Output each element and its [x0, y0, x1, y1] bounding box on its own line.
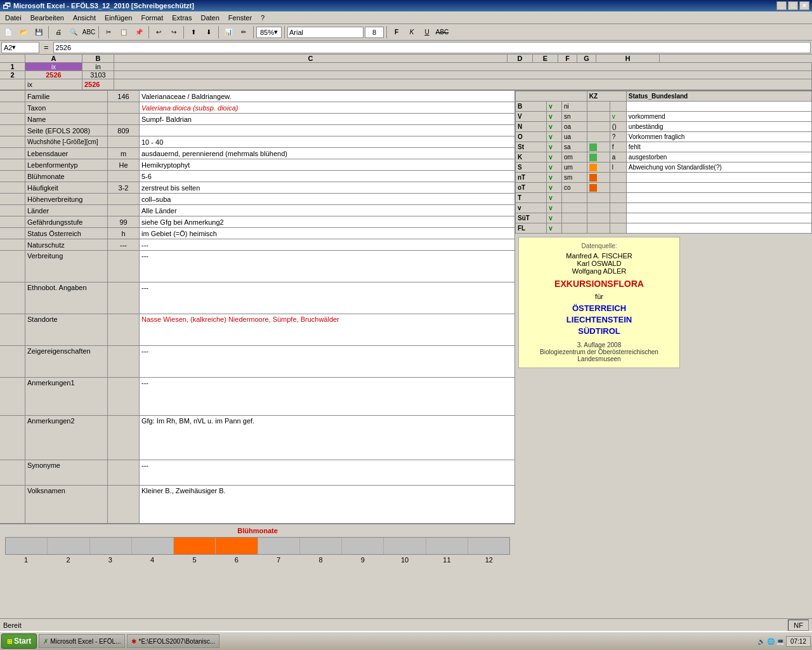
ind-v-FL: v [547, 223, 562, 234]
close-button[interactable]: ✕ [799, 1, 809, 10]
col-header-h[interactable]: H [596, 55, 660, 62]
strikethrough-button[interactable]: ABC [435, 25, 449, 39]
ind-code-SuT [562, 213, 587, 223]
indicator-row-FL: FL v [516, 223, 812, 234]
info-value: 2526 [82, 79, 114, 90]
col-header-b[interactable]: B [82, 55, 114, 62]
book-edition-text: 3. Auflage 2008 [524, 342, 674, 348]
bold-button[interactable]: F [390, 25, 403, 39]
menu-ansicht[interactable]: Ansicht [69, 13, 100, 23]
undo-button[interactable]: ↩ [152, 25, 166, 39]
cell-reference-box[interactable]: A2▾ [1, 42, 39, 53]
ind-text-v [626, 203, 811, 213]
green-square-K [589, 154, 597, 161]
spell-button[interactable]: ABC [82, 25, 96, 39]
save-button[interactable]: 💾 [32, 25, 46, 39]
col-header-g[interactable]: G [577, 55, 596, 62]
sep6 [253, 26, 254, 39]
row-num-bluhmonate [0, 171, 25, 182]
col-header-a[interactable]: A [25, 55, 82, 62]
underline-button[interactable]: U [420, 25, 434, 39]
row-num-volksnamen [0, 486, 25, 524]
col-header-c[interactable]: C [114, 55, 508, 62]
menu-datei[interactable]: Datei [1, 13, 25, 23]
cut-button[interactable]: ✂ [102, 25, 115, 39]
menu-fenster[interactable]: Fenster [225, 13, 256, 23]
clock: 07:12 [786, 636, 811, 647]
ind-letter-V: v [610, 112, 626, 122]
italic-button[interactable]: K [405, 25, 419, 39]
ind-lbl-St: St [516, 142, 547, 152]
print-button[interactable]: 🖨 [51, 25, 65, 39]
row-lebensdauer: Lebensdauer m ausdauernd, perennierend (… [0, 148, 515, 159]
cell-2a-value[interactable]: 2526 [25, 71, 82, 79]
col-header-f[interactable]: F [558, 55, 577, 62]
ind-color-nT [587, 173, 610, 183]
paste-button[interactable]: 📌 [132, 25, 146, 39]
maximize-button[interactable]: □ [788, 1, 798, 10]
status-indicator-section: KZ Status_Bundesland B v ni V v s [515, 91, 812, 371]
taskbar-item-botanik[interactable]: ✱ *E:\EFOLS2007\Botanisc... [127, 634, 219, 648]
bloom-month-5 [174, 538, 216, 554]
minimize-button[interactable]: _ [776, 1, 787, 10]
sep7 [284, 26, 285, 39]
col-header-e[interactable]: E [533, 55, 558, 62]
val-anmerkungen2: Gfg: Im Rh, BM, nVL u. im Pann gef. [140, 416, 515, 460]
col-header-d[interactable]: D [508, 55, 533, 62]
ind-lbl-K: K [516, 152, 547, 162]
sort-desc-button[interactable]: ⬇ [202, 25, 216, 39]
indicator-row-B: B v ni [516, 102, 812, 112]
num-synonyme [108, 460, 140, 486]
num-bluhmonate [108, 171, 140, 182]
ind-lbl-FL: FL [516, 223, 547, 234]
preview-button[interactable]: 🔍 [67, 25, 81, 39]
val-lebenformentyp: Hemikryptophyt [140, 159, 515, 171]
menu-bearbeiten[interactable]: Bearbeiten [27, 13, 68, 23]
orange-square-S [589, 164, 597, 171]
menu-help[interactable]: ? [257, 13, 268, 23]
chart-button[interactable]: 📊 [221, 25, 235, 39]
menu-format[interactable]: Format [137, 13, 167, 23]
ind-letter-N: () [610, 122, 626, 132]
new-button[interactable]: 📄 [1, 25, 15, 39]
info-row-num [0, 79, 25, 90]
header-ix: ix [51, 63, 56, 70]
menu-daten[interactable]: Daten [197, 13, 223, 23]
num-familie: 146 [108, 91, 140, 102]
val-zeigereigenschaften: --- [140, 346, 515, 378]
info-label: ix [25, 79, 82, 90]
start-button[interactable]: ⊞ Start [1, 633, 37, 649]
label-status-osterreich: Status Österreich [25, 228, 108, 239]
indicator-table: KZ Status_Bundesland B v ni V v s [515, 91, 812, 234]
taskbar-item-excel[interactable]: ✗ Microsoft Excel - EFÖL... [39, 634, 125, 648]
label-lander: Länder [25, 205, 108, 216]
sep2 [98, 26, 99, 39]
ind-text-S: Abweichung von Standardliste(?) [626, 162, 811, 173]
row-zeigereigenschaften: Zeigereigenschaften --- [0, 346, 515, 378]
label-synonyme: Synonyme [25, 460, 108, 486]
ind-kz-B [587, 102, 610, 112]
right-indicators-panel: KZ Status_Bundesland B v ni V v s [515, 91, 812, 566]
open-button[interactable]: 📂 [16, 25, 30, 39]
ind-letter-oT [610, 183, 626, 193]
ind-kz-V [587, 112, 610, 122]
row-status-osterreich: Status Österreich h im Gebiet (=Ö) heimi… [0, 228, 515, 239]
val-taxon: Valeriana dioica (subsp. dioica) [140, 102, 515, 114]
bloom-num-11: 11 [426, 556, 468, 564]
draw-button[interactable]: ✏ [237, 25, 251, 39]
row-num-anmerkungen2 [0, 416, 25, 460]
menu-einfugen[interactable]: Einfügen [101, 13, 136, 23]
menu-extras[interactable]: Extras [168, 13, 195, 23]
font-size-box[interactable]: 8 [365, 27, 384, 38]
ind-v-N: v [547, 122, 562, 132]
num-lebensdauer: m [108, 148, 140, 159]
redo-button[interactable]: ↪ [167, 25, 181, 39]
zoom-box[interactable]: 85%▾ [256, 27, 282, 38]
copy-button[interactable]: 📋 [117, 25, 131, 39]
sort-asc-button[interactable]: ⬆ [187, 25, 200, 39]
num-status-osterreich: h [108, 228, 140, 239]
formula-input[interactable]: 2526 [53, 42, 811, 53]
indicator-header-row: KZ Status_Bundesland [516, 91, 812, 102]
num-volksnamen [108, 486, 140, 524]
font-selector[interactable]: Arial [287, 27, 363, 38]
